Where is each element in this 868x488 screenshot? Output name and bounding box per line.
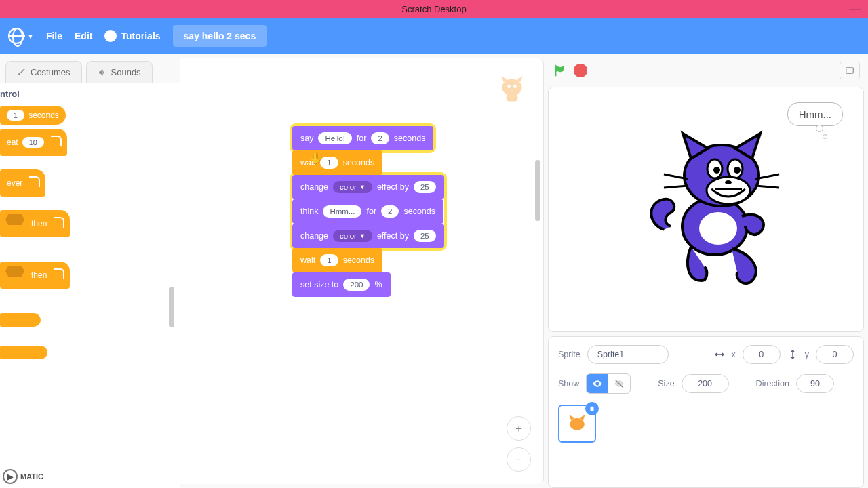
zoom-controls: ＋ －	[507, 416, 531, 472]
chevron-down-icon: ▼	[359, 232, 366, 239]
think-bubble: Hmm...	[787, 102, 843, 126]
window-minimize-button[interactable]: —	[849, 1, 861, 16]
svg-point-1	[507, 84, 510, 88]
think-text-input[interactable]: Hmm...	[323, 205, 361, 218]
editor-tabs: Costumes Sounds	[0, 54, 180, 83]
block-say-for-secs[interactable]: say Hello! for 2 seconds	[292, 126, 433, 150]
svg-point-2	[513, 84, 516, 88]
effect1-val-input[interactable]: 25	[414, 181, 436, 193]
menu-file[interactable]: File	[46, 30, 62, 41]
svg-rect-3	[507, 94, 518, 101]
block-change-effect-2[interactable]: change color▼ effect by 25	[292, 224, 444, 248]
wait1-input[interactable]: 1	[320, 157, 338, 169]
menu-tutorials[interactable]: Tutorials	[104, 30, 160, 42]
eye-off-icon	[614, 378, 625, 389]
zoom-out-button[interactable]: －	[507, 447, 531, 472]
svg-point-0	[502, 79, 521, 96]
x-input[interactable]: 0	[743, 345, 781, 364]
palette-scrollbar[interactable]	[169, 287, 174, 327]
window-titlebar: Scratch Desktop —	[0, 0, 868, 18]
brush-icon	[17, 68, 26, 77]
screen-icon	[845, 66, 854, 75]
think-secs-input[interactable]: 2	[381, 205, 399, 218]
svg-point-10	[713, 167, 720, 174]
language-menu[interactable]: ▼	[8, 28, 34, 44]
green-flag-button[interactable]	[552, 63, 567, 78]
sprite-name-input[interactable]	[587, 345, 669, 364]
project-name-input[interactable]: say hello 2 secs	[173, 25, 267, 47]
stage-canvas[interactable]: Hmm...	[548, 87, 864, 332]
stage-header	[548, 58, 864, 83]
chevron-down-icon: ▼	[27, 33, 34, 40]
show-label: Show	[558, 379, 579, 388]
effect-dropdown-2[interactable]: color▼	[333, 230, 372, 242]
palette-block-forever[interactable]: ever	[0, 169, 45, 197]
recorder-icon: ▶	[3, 469, 18, 484]
menubar: ▼ File Edit Tutorials say hello 2 secs	[0, 18, 868, 54]
palette-block-misc2[interactable]	[0, 346, 47, 359]
palette-block-misc[interactable]	[0, 313, 41, 327]
stage-size-toggle[interactable]	[840, 62, 860, 79]
delete-sprite-button[interactable]	[585, 402, 599, 415]
trash-icon	[589, 405, 595, 412]
block-set-size[interactable]: set size to 200 %	[292, 272, 391, 297]
palette-block-repeat[interactable]: eat 10	[0, 129, 67, 156]
recorder-watermark: ▶ MATIC	[3, 469, 43, 484]
window-title: Scratch Desktop	[401, 4, 466, 14]
palette-block-wait[interactable]: 1 seconds	[0, 106, 66, 125]
workspace-scrollbar[interactable]	[535, 160, 540, 221]
block-think-for-secs[interactable]: think Hmm... for 2 seconds	[292, 199, 443, 224]
x-label: x	[732, 350, 736, 359]
sprite-info-pane: Sprite x 0 y 0 Show	[548, 336, 864, 488]
y-label: y	[805, 350, 809, 359]
direction-input[interactable]: 90	[796, 374, 834, 393]
svg-point-11	[734, 167, 741, 174]
category-control-label: ntrol	[0, 83, 180, 102]
stop-button[interactable]	[574, 64, 587, 77]
sprite-cat[interactable]	[650, 128, 786, 291]
palette-block-if-then-2[interactable]: then	[0, 262, 70, 289]
eye-icon	[592, 378, 603, 389]
say-text-input[interactable]: Hello!	[318, 132, 351, 144]
wait2-input[interactable]: 1	[320, 254, 338, 266]
svg-point-14	[570, 418, 585, 430]
visibility-toggle	[586, 373, 631, 394]
tab-sounds[interactable]: Sounds	[86, 61, 153, 83]
effect-dropdown-1[interactable]: color▼	[333, 181, 372, 193]
right-column: Hmm...	[544, 54, 868, 488]
sound-icon	[98, 68, 107, 77]
palette-block-if-then-1[interactable]: then	[0, 210, 70, 237]
script-workspace[interactable]: say Hello! for 2 seconds wait 1 seconds …	[180, 58, 544, 484]
show-button[interactable]	[587, 374, 608, 393]
hide-button[interactable]	[608, 374, 630, 393]
block-wait-2[interactable]: wait 1 seconds	[292, 248, 382, 272]
zoom-in-button[interactable]: ＋	[507, 416, 531, 441]
block-change-effect-1[interactable]: change color▼ effect by 25	[292, 175, 444, 199]
sprite-thumbnail[interactable]	[558, 405, 596, 443]
xy-arrows-icon	[714, 349, 725, 360]
svg-point-13	[725, 180, 732, 184]
sprite-list	[558, 405, 854, 443]
menu-edit[interactable]: Edit	[75, 30, 92, 41]
y-input[interactable]: 0	[816, 345, 854, 364]
svg-point-6	[699, 212, 737, 245]
chevron-down-icon: ▼	[359, 184, 366, 190]
cat-thumb-icon	[566, 412, 589, 435]
say-secs-input[interactable]: 2	[371, 132, 389, 144]
direction-label: Direction	[756, 379, 789, 388]
left-column: Costumes Sounds ntrol 1 seconds eat 10	[0, 54, 180, 488]
size-input[interactable]: 200	[343, 279, 370, 291]
tutorials-label: Tutorials	[121, 30, 160, 41]
block-wait-1[interactable]: wait 1 seconds	[292, 150, 382, 175]
svg-rect-4	[846, 68, 854, 73]
sprite-name-label: Sprite	[558, 350, 580, 359]
y-arrows-icon	[787, 349, 798, 360]
grab-cursor-icon: ✋	[309, 152, 323, 165]
block-palette[interactable]: ntrol 1 seconds eat 10 ever then	[0, 83, 180, 488]
lightbulb-icon	[104, 30, 117, 42]
tab-costumes[interactable]: Costumes	[5, 61, 82, 83]
effect2-val-input[interactable]: 25	[414, 230, 436, 242]
sprite-watermark-icon	[493, 69, 531, 107]
size-label: Size	[658, 379, 674, 388]
size-input-field[interactable]: 200	[682, 374, 729, 393]
